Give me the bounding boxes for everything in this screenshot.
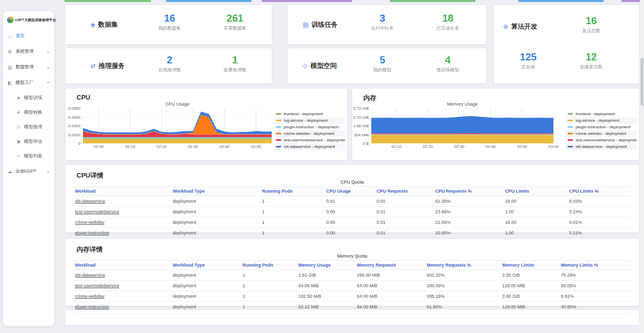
legend-label: plugin-instruction - deployment (284, 125, 339, 129)
stat-algorithm-total: 16算法总数 (564, 15, 619, 34)
sidebar-item-model-training[interactable]: ◈模型训练 (3, 91, 54, 105)
column-header[interactable]: Memory Usage (296, 261, 355, 270)
sidebar-item-data-management[interactable]: ▤数据管理 (3, 59, 54, 75)
workload-link[interactable]: xlti-dataservice (73, 196, 171, 207)
cloud-icon: ☁ (7, 169, 13, 174)
table-cell: deployment (171, 217, 260, 228)
sidebar-item-model-evaluation[interactable]: ▣模型评估 (3, 134, 54, 149)
cpu-chart-title: CPU (76, 94, 90, 101)
x-tick-label: 03:00 (548, 144, 558, 149)
table-cell: deployment (171, 281, 240, 291)
table-cell: 0.00 (324, 217, 374, 228)
x-tick-label: 02:20 (156, 144, 167, 149)
legend-item[interactable]: test-usermodelservice - deployment (274, 137, 345, 143)
stat-label: 总实例 (501, 64, 556, 70)
x-tick-label: 02:20 (423, 144, 433, 149)
workload-link[interactable]: test-usermodelservice (73, 281, 171, 291)
stat-value: 125 (501, 51, 556, 62)
workload-link[interactable]: rclone-webdav (73, 291, 171, 302)
sidebar-item-model-conversion[interactable]: ⇄模型转换 (3, 105, 54, 120)
column-header[interactable]: CPU Requests (374, 187, 433, 196)
column-header[interactable]: CPU Usage (324, 187, 374, 196)
evaluate-icon: ▣ (16, 139, 21, 144)
sidebar-item-home[interactable]: ⌂首页 (3, 28, 54, 44)
legend-item[interactable]: log-service - deployment (566, 117, 637, 124)
legend-item[interactable]: plugin-instruction - deployment (566, 124, 637, 130)
stat-value: 4 (420, 54, 475, 65)
legend-item[interactable]: rclone-webdav - deployment (566, 130, 637, 137)
memory-section-title: 内存详情 (76, 245, 103, 254)
legend-label: xlti-dataservice - deployment (284, 144, 335, 149)
table-cell: 1 (260, 207, 325, 217)
workload-link[interactable]: xlti-dataservice (73, 270, 171, 281)
workload-link[interactable]: plugin-instruction (73, 228, 171, 238)
stat-card-title: 算法开发 (511, 22, 537, 31)
memory-y-axis: 3.73 GiB2.79 GiB1.86 GiB954 MiB0 B (352, 108, 370, 143)
column-header[interactable]: Running Pods (240, 261, 296, 270)
stat-completed-tasks: 18已完成任务 (420, 13, 475, 32)
legend-item[interactable]: xlti-dataservice - deployment (274, 143, 345, 150)
inference-icon: ▷ (16, 125, 21, 129)
column-header[interactable]: Workload Type (171, 187, 260, 196)
legend-item[interactable]: frontend - deployment (274, 111, 345, 117)
convert-icon: ⇄ (16, 110, 21, 115)
stat-value: 16 (142, 13, 197, 24)
legend-item[interactable]: xlti-dataservice - deployment (566, 143, 637, 150)
legend-item[interactable]: rclone-webdav - deployment (274, 130, 345, 137)
home-icon: ⌂ (7, 34, 13, 39)
y-tick-label: 1.86 GiB (353, 124, 369, 128)
memory-plot-area (371, 108, 553, 143)
sidebar-menu: ⌂首页⚙系统管理▤数据管理◧模型工厂◈模型训练⇄模型转换▷模型推理▣模型评估≡模… (3, 28, 54, 179)
column-header[interactable]: CPU Limits % (567, 187, 631, 196)
column-header[interactable]: CPU Requests % (433, 187, 503, 196)
stat-shared-datasets: 261共享数据集 (207, 13, 263, 32)
table-cell: 0.01 (374, 196, 433, 207)
sidebar-item-label: 系统管理 (16, 48, 34, 55)
scrollbar-thumb[interactable] (640, 58, 643, 106)
column-header[interactable]: Running Pods (260, 187, 325, 196)
legend-color-swatch (276, 146, 281, 147)
divider (73, 313, 631, 314)
scrollbar-track[interactable] (640, 0, 644, 333)
stat-value: 1 (207, 54, 263, 65)
y-tick-label: 0 (78, 141, 80, 146)
sidebar-item-label: 模型工厂 (16, 79, 34, 86)
stat-card-inference-service: ⇄推理服务 2在线推理数 1批量推理数 (65, 48, 272, 84)
column-header[interactable]: Memory Requests (355, 261, 425, 270)
sidebar-item-system-management[interactable]: ⚙系统管理 (3, 44, 54, 59)
column-header[interactable]: Workload (73, 261, 171, 270)
cpu-table-caption: CPU Quota (65, 180, 639, 185)
column-header[interactable]: Workload (73, 187, 171, 196)
sidebar-item-cloud-cgpt[interactable]: ☁云创cGPT (3, 163, 54, 179)
column-header[interactable]: Workload Type (171, 261, 240, 270)
stat-value: 2 (142, 54, 197, 65)
sidebar-item-label: 模型列表 (24, 153, 42, 159)
sidebar-item-model-inference[interactable]: ▷模型推理 (3, 120, 54, 134)
legend-item[interactable]: plugin-instruction - deployment (274, 124, 345, 130)
sidebar-item-label: 模型训练 (24, 95, 42, 101)
stat-value: 261 (207, 13, 263, 24)
workload-link[interactable]: rclone-webdav (73, 217, 171, 228)
workload-link[interactable]: test-usermodelservice (73, 207, 171, 217)
next-section-card (65, 310, 639, 325)
sidebar: cGPT大模型训练推理平台 ⌂首页⚙系统管理▤数据管理◧模型工厂◈模型训练⇄模型… (3, 11, 54, 326)
top-card-edge (518, 0, 604, 2)
table-cell: 2.00 GiB (500, 291, 559, 302)
column-header[interactable]: Memory Requests % (425, 261, 500, 270)
column-header[interactable]: Memory Limits % (559, 261, 631, 270)
legend-label: test-usermodelservice - deployment (284, 138, 345, 142)
table-row: rclone-webdavdeployment10.000.0121.06%16… (73, 217, 631, 228)
legend-label: rclone-webdav - deployment (284, 131, 335, 136)
legend-item[interactable]: test-usermodelservice - deployment (566, 137, 637, 143)
memory-chart-card: 内存 Memory Usage 3.73 GiB2.79 GiB1.86 GiB… (352, 89, 639, 160)
column-header[interactable]: Memory Limits (500, 261, 559, 270)
database-icon: ▤ (7, 65, 13, 70)
logo-row: cGPT大模型训练推理平台 (3, 11, 54, 28)
app-title: cGPT大模型训练推理平台 (15, 18, 56, 23)
sidebar-item-model-list[interactable]: ≡模型列表 (3, 149, 54, 163)
legend-item[interactable]: log-service - deployment (274, 117, 345, 124)
stat-online-inference: 2在线推理数 (142, 54, 197, 73)
legend-item[interactable]: frontend - deployment (566, 111, 637, 117)
column-header[interactable]: CPU Limits (503, 187, 568, 196)
sidebar-item-model-factory[interactable]: ◧模型工厂 (3, 75, 54, 91)
